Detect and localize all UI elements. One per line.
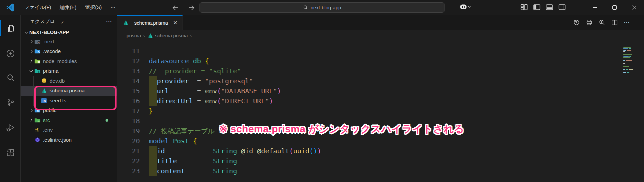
maximize-button[interactable] [605,0,624,15]
print-icon[interactable] [586,19,593,26]
code-line-16[interactable]: 16 directUrl = env("DIRECT_URL") [117,96,644,106]
line-number: 17 [117,106,140,116]
prisma-file-icon [122,20,129,26]
search-icon [303,5,308,10]
command-center-search[interactable]: next-blog-app [199,2,445,13]
menu-item-2[interactable]: 選択(S) [81,2,106,12]
search-doc-icon[interactable] [598,19,605,26]
copilot-button[interactable] [459,3,472,11]
toggle-sidebar-icon[interactable] [533,4,540,10]
tree-item-label: prisma [43,68,59,74]
tab-bar: schema.prisma ✕ ⋯ [117,15,644,30]
breadcrumb-item-2[interactable]: … [194,33,199,38]
tree-item-prisma[interactable]: prisma [21,66,117,76]
minimize-button[interactable] [585,0,605,15]
line-number: 14 [117,76,140,86]
explorer-more-actions-icon[interactable]: ⋯ [106,18,112,25]
split-editor-icon[interactable] [611,19,618,26]
line-number: 13 [117,66,140,76]
toggle-panel-icon[interactable] [546,4,553,10]
code-line-15[interactable]: 15 url = env("DATABASE_URL") [117,86,644,96]
customize-layout-icon[interactable] [520,4,528,10]
breadcrumb-separator: › [144,33,145,39]
tree-item-dev.db[interactable]: dev.db [21,76,117,86]
history-nav [170,3,196,13]
history-icon[interactable] [573,19,580,26]
tab-schema-prisma[interactable]: schema.prisma ✕ [117,15,183,30]
toggle-secondary-sidebar-icon[interactable] [558,4,566,10]
code-line-14[interactable]: 14 provider = "postgresql" [117,76,644,86]
menu-item-0[interactable]: ファイル(F) [20,2,56,12]
chevron-down-icon [23,30,29,35]
vscode-logo-icon [5,3,15,12]
eslint-icon [34,137,41,143]
bolt-activity-button[interactable] [0,45,21,61]
minimap[interactable] [623,47,643,74]
code-editor[interactable]: 1112datasource db {13// provider = "sqli… [117,41,644,182]
forward-button[interactable] [186,3,196,13]
vscode-window: ファイル(F)編集(E)選択(S)⋯ next-blog-app [0,0,644,182]
tab-label: schema.prisma [134,20,168,26]
source-control-activity-button[interactable] [0,95,21,111]
explorer-activity-button[interactable] [0,20,21,36]
chevron-right-icon [28,39,34,44]
tree-item-.eslintrc.json[interactable]: .eslintrc.json [21,135,117,145]
back-button[interactable] [170,3,180,13]
breadcrumb-item-1[interactable]: schema.prisma [148,33,188,39]
line-number: 23 [117,166,140,176]
search-activity-button[interactable] [0,70,21,86]
annotation-highlight-box [34,86,117,110]
code-line-12[interactable]: 12datasource db { [117,56,644,66]
tree-root-next-blog-app[interactable]: NEXT-BLOG-APP [21,28,117,37]
tree-item-label: .next [43,39,54,45]
search-value: next-blog-app [311,5,341,10]
code-line-22[interactable]: 22 title String [117,156,644,166]
tree-item-label: dev.db [50,78,65,84]
line-number: 20 [117,136,140,146]
line-number: 22 [117,156,140,166]
code-line-11[interactable]: 11 [117,46,644,56]
explorer-title: エクスプローラー [30,18,69,25]
code-line-20[interactable]: 20model Post { [117,136,644,146]
line-number: 16 [117,96,140,106]
tree-indent-guide [33,76,34,106]
code-line-17[interactable]: 17} [117,106,644,116]
line-number: 15 [117,86,140,96]
git-modified-dot [106,119,108,122]
annotation-callout-text: ※ schema.prisma がシンタックスハイライトされる [219,122,464,136]
line-number: 19 [117,126,140,136]
menu-item-3[interactable]: ⋯ [106,2,120,12]
breadcrumb-item-0[interactable]: prisma [127,33,141,38]
tab-close-icon[interactable]: ✕ [173,20,177,26]
menu-bar: ファイル(F)編集(E)選択(S)⋯ [20,2,120,12]
folder-next-icon: N [34,39,41,45]
code-line-21[interactable]: 21 id String @id @default(uuid()) [117,146,644,156]
svg-text:</>: </> [37,120,40,122]
line-number: 18 [117,116,140,126]
tree-item-src[interactable]: </>src [21,115,117,125]
folder-vscode-icon [34,48,41,54]
activity-bar [0,15,21,182]
folder-prisma-icon [34,68,41,74]
run-debug-activity-button[interactable] [0,120,21,136]
code-line-23[interactable]: 23 content String [117,166,644,176]
extensions-activity-button[interactable] [0,145,21,161]
code-line-13[interactable]: 13// provider = "sqlite" [117,66,644,76]
tree-item-label: .env [43,127,53,133]
editor-actions: ⋯ [573,15,644,30]
tree-item-node_modules[interactable]: node_modules [21,56,117,66]
menu-item-1[interactable]: 編集(E) [56,2,81,12]
breadcrumb: prisma›schema.prisma›… [117,30,644,41]
tree-item-.vscode[interactable]: .vscode [21,47,117,57]
close-button[interactable] [624,0,644,15]
tree-item-label: .eslintrc.json [43,137,72,143]
folder-src-icon: </> [34,117,41,123]
line-number: 12 [117,56,140,66]
tree-item-label: node_modules [43,58,77,64]
prisma-icon [148,33,153,39]
folder-node-icon [34,58,41,64]
tree-item-.next[interactable]: N.next [21,37,117,47]
tree-item-.env[interactable]: .env [21,125,117,135]
more-actions-icon[interactable]: ⋯ [624,19,630,26]
editor-group: schema.prisma ✕ ⋯ prisma›schema.prisma›…… [117,15,644,182]
